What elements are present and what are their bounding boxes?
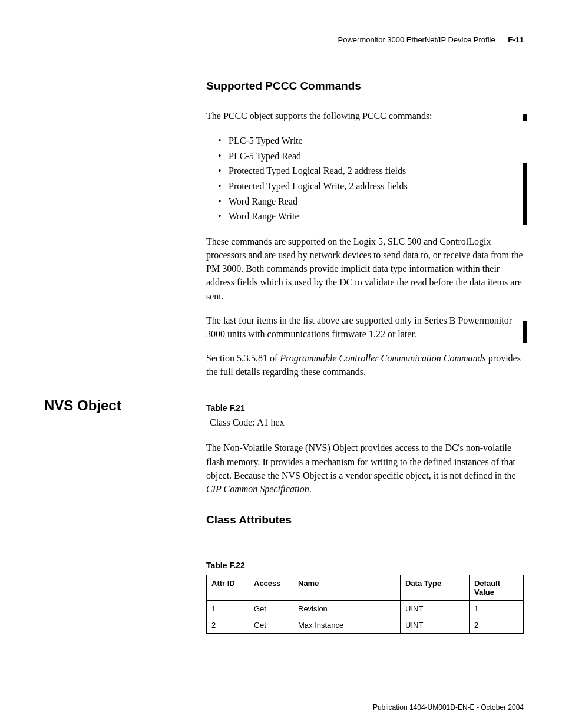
- list-item: Word Range Read: [218, 194, 524, 209]
- col-header: Name: [293, 575, 401, 601]
- paragraph: The last four items in the list above ar…: [206, 314, 524, 341]
- list-item: PLC-5 Typed Write: [218, 133, 524, 149]
- header-title: Powermonitor 3000 EtherNet/IP Device Pro…: [338, 35, 495, 44]
- section-heading-class-attr: Class Attributes: [206, 513, 524, 526]
- intro-text: The PCCC object supports the following P…: [206, 109, 524, 123]
- col-header: Access: [249, 575, 293, 601]
- paragraph: These commands are supported on the Logi…: [206, 235, 524, 303]
- side-heading-nvs: NVS Object: [44, 397, 121, 414]
- col-header: Attr ID: [207, 575, 249, 601]
- table-caption: Table F.21: [206, 403, 524, 413]
- section-heading-pccc: Supported PCCC Commands: [206, 80, 524, 93]
- table-row: 1 Get Revision UINT 1: [207, 601, 524, 617]
- page-header: Powermonitor 3000 EtherNet/IP Device Pro…: [44, 35, 524, 44]
- paragraph: Section 5.3.5.81 of Programmable Control…: [206, 351, 524, 378]
- footer-text: Publication 1404-UM001D-EN-E - October 2…: [373, 703, 524, 711]
- change-bar: [523, 321, 527, 343]
- command-list: PLC-5 Typed Write PLC-5 Typed Read Prote…: [218, 133, 524, 224]
- page-number: F-11: [508, 35, 524, 44]
- list-item: Protected Typed Logical Write, 2 address…: [218, 179, 524, 194]
- change-bar: [523, 114, 527, 121]
- list-item: Protected Typed Logical Read, 2 address …: [218, 163, 524, 179]
- class-attributes-table: Attr ID Access Name Data Type Default Va…: [206, 575, 524, 634]
- list-item: Word Range Write: [218, 209, 524, 224]
- paragraph: The Non-Volatile Storage (NVS) Object pr…: [206, 441, 524, 496]
- list-item: PLC-5 Typed Read: [218, 149, 524, 164]
- col-header: Data Type: [401, 575, 470, 601]
- col-header: Default Value: [470, 575, 524, 601]
- class-code-text: Class Code: A1 hex: [210, 417, 524, 428]
- table-caption: Table F.22: [206, 561, 524, 570]
- table-row: 2 Get Max Instance UINT 2: [207, 617, 524, 634]
